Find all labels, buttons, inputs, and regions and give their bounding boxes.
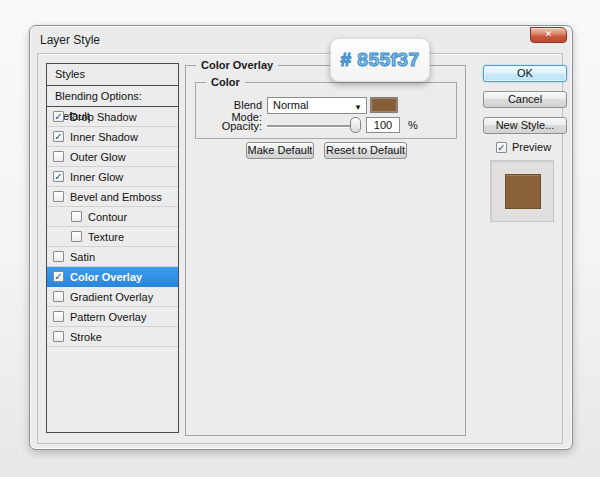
checkbox-icon[interactable]: ✓ [53,171,64,182]
sidebar-item-label: Texture [88,231,124,243]
sidebar-item-inner-glow[interactable]: ✓Inner Glow [47,167,178,187]
preview-thumbnail [490,160,554,222]
preview-label: Preview [512,141,551,153]
hex-color-tooltip: # 855f37 [330,38,430,82]
cancel-button[interactable]: Cancel [483,91,567,108]
opacity-slider-thumb[interactable] [350,117,361,133]
sidebar-item-texture[interactable]: Texture [47,227,178,247]
make-default-button[interactable]: Make Default [246,142,314,159]
inner-group-title: Color [206,76,245,89]
checkbox-icon[interactable] [53,251,64,262]
blend-color-swatch[interactable] [370,97,398,113]
sidebar-item-color-overlay[interactable]: ✓Color Overlay [47,267,178,287]
opacity-slider-track[interactable] [267,125,357,128]
sidebar-item-bevel-and-emboss[interactable]: Bevel and Emboss [47,187,178,207]
opacity-label: Opacity: [202,120,262,132]
sidebar-item-label: Inner Shadow [70,131,138,143]
checkbox-icon[interactable] [71,211,82,222]
close-icon: ✕ [545,29,553,39]
sidebar-item-stroke[interactable]: Stroke [47,327,178,347]
layer-style-dialog: Layer Style ✕ Styles Blending Options: D… [29,25,573,450]
sidebar-header-styles[interactable]: Styles [46,63,179,86]
screenshot-stage: Layer Style ✕ Styles Blending Options: D… [0,0,600,477]
preview-color-swatch [505,174,541,209]
close-button[interactable]: ✕ [530,27,567,43]
checkbox-icon[interactable] [71,231,82,242]
sidebar-list: ✓Drop Shadow✓Inner ShadowOuter Glow✓Inne… [46,106,179,433]
opacity-unit: % [408,119,418,131]
sidebar-item-gradient-overlay[interactable]: Gradient Overlay [47,287,178,307]
checkbox-icon[interactable]: ✓ [53,131,64,142]
chevron-down-icon: ▼ [354,100,362,115]
window-title: Layer Style [40,33,100,47]
opacity-input[interactable] [366,117,400,133]
content-panel: Styles Blending Options: Default ✓Drop S… [37,53,563,444]
sidebar-item-label: Satin [70,251,95,263]
sidebar-item-label: Inner Glow [70,171,123,183]
sidebar-item-outer-glow[interactable]: Outer Glow [47,147,178,167]
sidebar-item-label: Drop Shadow [70,111,137,123]
checkbox-icon[interactable] [53,331,64,342]
sidebar-item-inner-shadow[interactable]: ✓Inner Shadow [47,127,178,147]
styles-sidebar: Styles Blending Options: Default ✓Drop S… [46,63,179,434]
sidebar-item-pattern-overlay[interactable]: Pattern Overlay [47,307,178,327]
checkbox-icon[interactable] [53,311,64,322]
sidebar-item-contour[interactable]: Contour [47,207,178,227]
blend-mode-value: Normal [273,99,308,111]
reset-to-default-button[interactable]: Reset to Default [324,142,407,159]
checkbox-icon[interactable]: ✓ [53,111,64,122]
sidebar-item-satin[interactable]: Satin [47,247,178,267]
sidebar-item-label: Gradient Overlay [70,291,153,303]
sidebar-item-label: Bevel and Emboss [70,191,162,203]
color-group: Color Blend Mode: Normal ▼ Opacity: % [195,82,457,139]
sidebar-item-blending-options[interactable]: Blending Options: Default [46,85,179,107]
color-overlay-group: Color Overlay Color Blend Mode: Normal ▼… [185,65,466,436]
checkbox-icon[interactable] [53,191,64,202]
checkbox-icon[interactable]: ✓ [53,271,64,282]
new-style-button[interactable]: New Style... [483,117,567,134]
group-title: Color Overlay [196,59,278,72]
sidebar-item-label: Pattern Overlay [70,311,146,323]
sidebar-item-label: Contour [88,211,127,223]
checkbox-icon[interactable] [53,291,64,302]
sidebar-item-label: Stroke [70,331,102,343]
preview-checkbox[interactable]: ✓ [496,142,507,153]
ok-button[interactable]: OK [483,65,567,82]
sidebar-item-label: Outer Glow [70,151,126,163]
sidebar-item-label: Color Overlay [70,271,142,283]
preview-toggle[interactable]: ✓ Preview [496,141,551,153]
hex-color-text: # 855f37 [340,49,419,71]
checkbox-icon[interactable] [53,151,64,162]
blend-mode-select[interactable]: Normal ▼ [267,97,367,114]
title-bar[interactable]: Layer Style ✕ [30,26,572,53]
